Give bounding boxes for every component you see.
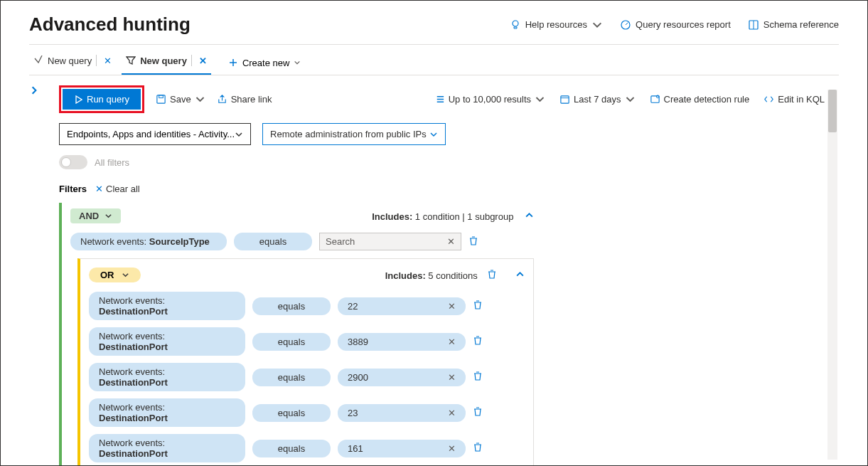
query-resources-report-link[interactable]: Query resources report	[620, 19, 731, 31]
chevron-down-icon	[535, 94, 545, 105]
chevron-down-icon	[105, 212, 112, 220]
value-pill[interactable]: 23✕	[338, 404, 466, 422]
condition-row: Network events: DestinationPortequals161…	[80, 430, 533, 466]
delete-icon[interactable]	[473, 335, 483, 348]
create-detection-rule-button[interactable]: Create detection rule	[650, 94, 750, 105]
list-icon	[434, 94, 445, 105]
query-icon	[33, 55, 43, 65]
help-resources-link[interactable]: Help resources	[510, 19, 603, 31]
delete-icon[interactable]	[473, 406, 483, 419]
delete-icon[interactable]	[468, 235, 478, 248]
condition-row: Network events: DestinationPortequals388…	[80, 324, 533, 359]
chevron-down-icon	[625, 94, 636, 105]
delete-icon[interactable]	[487, 270, 500, 281]
operator-pill[interactable]: equals	[252, 404, 331, 422]
value-pill[interactable]: 3889✕	[338, 333, 466, 351]
field-pill[interactable]: Network events: DestinationPort	[89, 434, 245, 462]
or-badge[interactable]: OR	[89, 268, 141, 282]
detection-icon	[650, 94, 660, 105]
collapse-icon[interactable]	[525, 211, 534, 222]
gauge-icon	[620, 19, 631, 31]
create-new-button[interactable]: Create new	[228, 58, 301, 68]
operator-pill[interactable]: equals	[252, 333, 331, 351]
share-link-button[interactable]: Share link	[217, 94, 272, 105]
and-badge[interactable]: AND	[70, 208, 121, 223]
operator-pill[interactable]: equals	[252, 369, 331, 386]
clear-icon[interactable]: ✕	[447, 236, 455, 247]
save-button[interactable]: Save	[156, 94, 205, 105]
clear-icon[interactable]: ✕	[448, 337, 456, 347]
clear-icon[interactable]: ✕	[448, 301, 456, 312]
time-range-select[interactable]: Last 7 days	[559, 94, 636, 105]
share-icon	[217, 94, 227, 105]
collapse-icon[interactable]	[515, 270, 525, 281]
expand-panel-icon[interactable]	[29, 85, 39, 95]
code-icon	[763, 94, 774, 105]
delete-icon[interactable]	[473, 371, 483, 383]
operator-pill[interactable]: equals	[252, 297, 331, 315]
chevron-down-icon	[591, 19, 603, 31]
filters-heading: Filters	[59, 184, 87, 194]
all-filters-toggle[interactable]	[59, 155, 87, 169]
clear-icon[interactable]: ✕	[448, 408, 456, 418]
field-pill[interactable]: Network events: DestinationPort	[89, 398, 245, 427]
chevron-down-icon	[429, 130, 438, 139]
bulb-icon	[510, 19, 521, 31]
domains-select[interactable]: Endpoints, Apps and identities - Activit…	[59, 123, 251, 145]
chevron-down-icon	[235, 130, 243, 139]
chevron-down-icon	[195, 94, 205, 105]
delete-icon[interactable]	[473, 442, 483, 455]
operator-pill[interactable]: equals	[252, 440, 331, 457]
book-icon	[748, 19, 759, 31]
page-title: Advanced hunting	[29, 14, 191, 36]
filter-icon	[126, 55, 136, 65]
clear-all-button[interactable]: ✕ Clear all	[95, 184, 140, 194]
field-pill[interactable]: Network events: SourceIpType	[70, 233, 227, 250]
field-pill[interactable]: Network events: DestinationPort	[89, 327, 245, 356]
clear-icon[interactable]: ✕	[448, 372, 456, 383]
close-icon[interactable]: ✕	[104, 55, 112, 66]
run-query-highlight: Run query	[59, 85, 144, 113]
field-pill[interactable]: Network events: DestinationPort	[89, 292, 245, 320]
clear-icon[interactable]: ✕	[448, 443, 456, 454]
condition-row: Network events: SourceIpType equals Sear…	[62, 229, 542, 254]
all-filters-label: All filters	[95, 157, 129, 168]
condition-row: Network events: DestinationPortequals290…	[80, 359, 533, 395]
calendar-icon	[559, 94, 570, 105]
value-pill[interactable]: 22✕	[338, 297, 466, 315]
chevron-down-icon	[294, 59, 301, 66]
svg-rect-4	[157, 95, 165, 103]
template-select[interactable]: Remote administration from public IPs	[262, 123, 446, 145]
value-pill[interactable]: 2900✕	[338, 369, 466, 386]
and-summary: Includes: 1 condition | 1 subgroup	[372, 211, 534, 222]
close-icon[interactable]: ✕	[199, 55, 207, 66]
play-icon	[74, 95, 82, 104]
value-pill[interactable]: 161✕	[338, 440, 466, 457]
chevron-down-icon	[122, 271, 129, 279]
condition-row: Network events: DestinationPortequals22✕	[80, 288, 533, 324]
condition-row: Network events: DestinationPortequals23✕	[80, 395, 533, 430]
schema-reference-link[interactable]: Schema reference	[748, 19, 839, 31]
svg-point-0	[513, 21, 518, 26]
tab-new-query-2[interactable]: New query ✕	[122, 51, 211, 75]
run-query-button[interactable]: Run query	[63, 89, 141, 110]
scrollbar[interactable]	[827, 90, 837, 460]
svg-rect-6	[561, 96, 569, 103]
svg-rect-8	[650, 96, 658, 102]
or-summary: Includes: 5 conditions	[385, 269, 525, 281]
save-icon	[156, 94, 166, 105]
plus-icon	[228, 58, 238, 68]
edit-in-kql-button[interactable]: Edit in KQL	[763, 94, 825, 105]
field-pill[interactable]: Network events: DestinationPort	[89, 363, 245, 391]
results-limit-select[interactable]: Up to 10,000 results	[434, 94, 545, 105]
or-group: OR Includes: 5 conditions Network events…	[77, 258, 534, 466]
operator-pill[interactable]: equals	[234, 233, 312, 250]
value-search-input[interactable]: Search ✕	[319, 233, 461, 250]
delete-icon[interactable]	[473, 300, 483, 312]
tab-new-query-1[interactable]: New query ✕	[29, 51, 116, 75]
and-group: AND Includes: 1 condition | 1 subgroup N…	[59, 203, 542, 466]
